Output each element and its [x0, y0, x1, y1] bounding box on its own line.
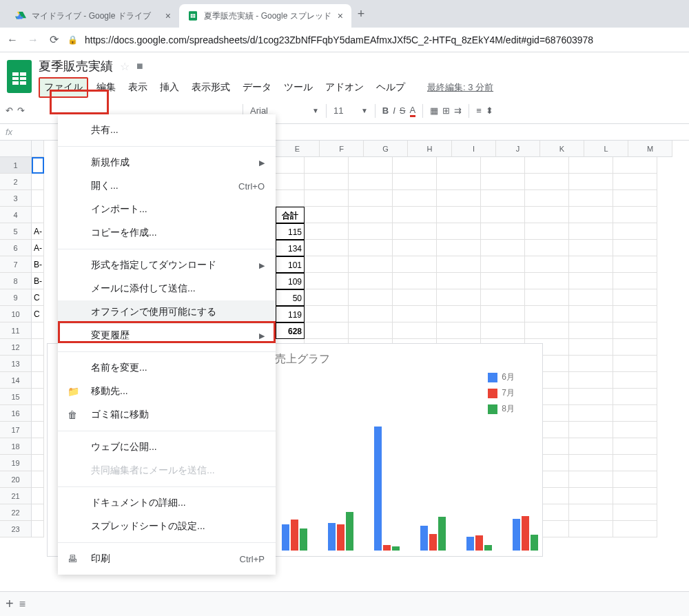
cell[interactable]: [32, 471, 44, 488]
row-header[interactable]: 9: [0, 289, 32, 306]
cell[interactable]: [437, 289, 481, 306]
cell[interactable]: [569, 240, 613, 256]
cell[interactable]: [349, 240, 393, 256]
cell[interactable]: [569, 157, 613, 174]
cell[interactable]: [437, 240, 481, 256]
cell[interactable]: [437, 322, 481, 339]
cell[interactable]: [349, 190, 393, 207]
cell[interactable]: [481, 223, 525, 240]
cell[interactable]: [569, 488, 613, 504]
cell[interactable]: [481, 273, 525, 289]
cell[interactable]: [613, 174, 657, 190]
cell[interactable]: [305, 223, 349, 240]
cell[interactable]: [305, 306, 349, 322]
cell[interactable]: [481, 256, 525, 273]
strike-icon[interactable]: S: [400, 105, 406, 116]
cell[interactable]: [349, 289, 393, 306]
cell[interactable]: [393, 190, 437, 207]
menu-format[interactable]: 表示形式: [187, 79, 234, 96]
cell[interactable]: B-: [32, 256, 44, 273]
fill-color-icon[interactable]: ▦: [430, 105, 438, 116]
cell[interactable]: [305, 289, 349, 306]
cell[interactable]: [569, 223, 613, 240]
row-header[interactable]: 19: [0, 455, 32, 471]
new-tab-button[interactable]: +: [351, 7, 371, 21]
cell[interactable]: C: [32, 306, 44, 322]
menu-open[interactable]: 開く...Ctrl+O: [58, 174, 276, 198]
col-header[interactable]: G: [364, 141, 408, 157]
cell[interactable]: [349, 223, 393, 240]
cell[interactable]: [613, 223, 657, 240]
cell[interactable]: 50: [276, 289, 305, 306]
cell[interactable]: [305, 256, 349, 273]
cell[interactable]: [305, 273, 349, 289]
cell[interactable]: [32, 157, 44, 174]
star-icon[interactable]: ☆: [120, 60, 130, 73]
cell[interactable]: [569, 322, 613, 339]
row-header[interactable]: 18: [0, 438, 32, 455]
menu-print[interactable]: 🖶印刷Ctrl+P: [58, 547, 276, 571]
cell[interactable]: [481, 306, 525, 322]
cell[interactable]: [525, 223, 569, 240]
cell[interactable]: [32, 422, 44, 438]
cell[interactable]: [393, 174, 437, 190]
cell[interactable]: [569, 372, 613, 389]
row-header[interactable]: 11: [0, 322, 32, 339]
cell[interactable]: [525, 207, 569, 223]
cell[interactable]: [481, 240, 525, 256]
cell[interactable]: [613, 405, 657, 422]
browser-tab-drive[interactable]: マイドライブ - Google ドライブ ×: [7, 4, 179, 28]
cell[interactable]: [569, 174, 613, 190]
cell[interactable]: [393, 223, 437, 240]
cell[interactable]: [393, 289, 437, 306]
col-header[interactable]: L: [584, 141, 628, 157]
menu-new[interactable]: 新規作成▶: [58, 151, 276, 174]
cell[interactable]: [613, 157, 657, 174]
cell[interactable]: [349, 322, 393, 339]
undo-icon[interactable]: ↶: [6, 105, 13, 116]
col-header[interactable]: H: [408, 141, 452, 157]
row-header[interactable]: 14: [0, 372, 32, 389]
cell[interactable]: [613, 488, 657, 504]
cell[interactable]: [569, 306, 613, 322]
cell[interactable]: [437, 306, 481, 322]
cell[interactable]: [276, 174, 305, 190]
cell[interactable]: 134: [276, 240, 305, 256]
menu-download-as[interactable]: 形式を指定してダウンロード▶: [58, 254, 276, 277]
col-header[interactable]: M: [628, 141, 672, 157]
cell[interactable]: [525, 322, 569, 339]
cell[interactable]: [613, 339, 657, 356]
valign-icon[interactable]: ⬍: [486, 105, 493, 116]
cell[interactable]: [613, 273, 657, 289]
cell[interactable]: [569, 190, 613, 207]
cell[interactable]: [525, 256, 569, 273]
cell[interactable]: [437, 190, 481, 207]
cell[interactable]: [437, 256, 481, 273]
row-header[interactable]: 13: [0, 356, 32, 372]
row-header[interactable]: 3: [0, 190, 32, 207]
row-header[interactable]: 15: [0, 389, 32, 405]
cell[interactable]: [32, 322, 44, 339]
bold-icon[interactable]: B: [382, 105, 389, 116]
cell[interactable]: [481, 207, 525, 223]
cell[interactable]: [569, 339, 613, 356]
cell[interactable]: [437, 157, 481, 174]
cell[interactable]: [613, 207, 657, 223]
cell[interactable]: [569, 504, 613, 521]
cell[interactable]: [32, 521, 44, 537]
cell[interactable]: [305, 240, 349, 256]
all-sheets-icon[interactable]: ≡: [19, 598, 25, 610]
cell[interactable]: [393, 322, 437, 339]
merge-icon[interactable]: ⇉: [454, 105, 462, 116]
menu-doc-details[interactable]: ドキュメントの詳細...: [58, 491, 276, 515]
cell[interactable]: [525, 190, 569, 207]
cell[interactable]: [613, 289, 657, 306]
sheets-logo-icon[interactable]: [6, 58, 33, 95]
cell[interactable]: [569, 356, 613, 372]
menu-help[interactable]: ヘルプ: [372, 79, 409, 96]
cell[interactable]: [393, 207, 437, 223]
cell[interactable]: [525, 306, 569, 322]
row-header[interactable]: 17: [0, 422, 32, 438]
row-header[interactable]: 16: [0, 405, 32, 422]
col-header[interactable]: I: [452, 141, 496, 157]
